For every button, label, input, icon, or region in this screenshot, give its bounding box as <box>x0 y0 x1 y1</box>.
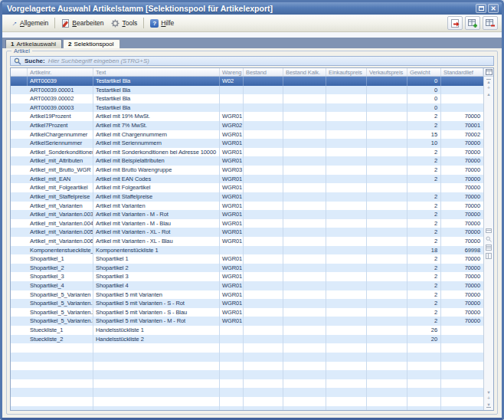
cell-artikelnr: ART00039.00002 <box>28 94 93 103</box>
cell-standardlieferant <box>441 94 483 103</box>
column-chooser-button[interactable] <box>484 68 493 77</box>
table-row[interactable]: Komponentenstueckliste_1 Komponentenstüc… <box>11 246 483 255</box>
table-row[interactable]: Artikel_mit_Brutto_WGR Artikel mit Brutt… <box>11 166 483 175</box>
column-header-bestand-kalk[interactable]: Bestand Kalk. <box>283 68 326 76</box>
cell-standardlieferant <box>441 362 483 371</box>
table-row[interactable]: Shopartikel_5_Varianten.1 Shopartikel 5 … <box>11 299 483 308</box>
column-header-text[interactable]: Text <box>93 68 220 76</box>
cell-bestand-kalk <box>283 130 326 139</box>
scroll-up-button[interactable]: ▲ <box>486 92 490 97</box>
grid-tool-icon[interactable] <box>486 253 492 259</box>
table-row[interactable]: Shopartikel_5_Varianten.3 Shopartikel 5 … <box>11 317 483 326</box>
row-indicator-cell <box>11 130 28 139</box>
cell-warengruppe: WGR01 <box>220 272 244 281</box>
table-row[interactable]: Shopartikel_3 Shopartikel 3 WGR01 2 7000… <box>11 272 483 281</box>
export-button[interactable] <box>447 16 463 30</box>
table-row[interactable]: ArtikelChargennummer Artikel mit Chargen… <box>11 130 483 139</box>
cell-einkaufspreis <box>326 166 367 175</box>
titlebar[interactable]: Vorgelagerte Auswahl Artikelstamm [Selek… <box>2 2 502 15</box>
toolbar-right-buttons <box>447 16 498 30</box>
table-row[interactable] <box>11 406 483 410</box>
table-row[interactable]: Artikel_mit_Attributen Artikel mit Beisp… <box>11 156 483 166</box>
table-row[interactable]: Artikel7Prozent Artikel mit 7% MwSt. WGR… <box>11 121 483 130</box>
table-row[interactable]: Shopartikel_5_Varianten Shopartikel 5 mi… <box>11 290 483 300</box>
column-header-gewicht[interactable]: Gewicht <box>407 68 441 76</box>
table-row[interactable]: Shopartikel_2 Shopartikel 2 WGR01 2 7000… <box>11 264 483 273</box>
table-row[interactable]: Artikel_mit_Folgeartikel Artikel mit Fol… <box>11 183 483 192</box>
close-button[interactable]: ✕ <box>488 4 499 13</box>
table-row[interactable]: Artikel_mit_EAN Artikel mit EAN Codes WG… <box>11 175 483 184</box>
table-row[interactable]: Artikel_mit_Staffelpreise Artikel mit St… <box>11 192 483 202</box>
table-row[interactable]: Shopartikel_5_Varianten.2 Shopartikel 5 … <box>11 308 483 317</box>
table-row[interactable] <box>11 353 483 362</box>
scroll-down-button[interactable]: ▼ <box>486 390 490 395</box>
menu-tools[interactable]: Tools <box>107 18 141 29</box>
column-header-warengruppe[interactable]: Wareng <box>220 68 244 76</box>
tab-selektionspool[interactable]: 2 Selektionspool <box>63 39 120 48</box>
scroll-page-down-button[interactable]: + <box>487 396 490 401</box>
cell-text: Artikel mit Chargennummern <box>93 130 220 139</box>
table-row[interactable] <box>11 370 483 379</box>
table-row[interactable] <box>11 388 483 397</box>
cell-text: Shopartikel 2 <box>93 264 220 273</box>
column-header-bestand[interactable]: Bestand <box>244 68 283 76</box>
cell-verkaufspreis <box>367 370 407 379</box>
table-row[interactable]: Artikel19Prozent Artikel mit 19% MwSt. W… <box>11 112 483 121</box>
cell-warengruppe: WGR01 <box>220 308 244 317</box>
scroll-bottom-group: ▼ + ▼ <box>486 388 490 410</box>
menu-bearbeiten[interactable]: Bearbeiten <box>57 18 107 29</box>
search-input[interactable]: Suche: Hier Suchbegriff eingeben (STRG+S… <box>10 56 494 66</box>
table-row[interactable] <box>11 397 483 406</box>
cell-standardlieferant: 70000 <box>441 183 483 192</box>
table-row[interactable]: Shopartikel_4 Shopartikel 4 WGR01 2 7000… <box>11 281 483 290</box>
column-header-standardlieferant[interactable]: Standardlief <box>441 68 483 76</box>
remove-from-pool-button[interactable] <box>483 16 498 30</box>
cell-verkaufspreis <box>367 112 407 121</box>
table-row[interactable] <box>11 343 483 353</box>
cell-verkaufspreis <box>367 406 407 410</box>
table-row[interactable]: Artikel_mit_Varianten.006 Artikel mit Va… <box>11 237 483 246</box>
table-row[interactable] <box>11 379 483 389</box>
table-row[interactable] <box>11 362 483 371</box>
menu-hilfe[interactable]: ? Hilfe <box>146 18 178 29</box>
grid-tool-icon[interactable] <box>486 244 492 251</box>
cell-bestand-kalk <box>283 148 326 157</box>
cell-gewicht: 2 <box>407 166 441 175</box>
table-row[interactable]: Artikel_mit_Varianten.004 Artikel mit Va… <box>11 219 483 228</box>
column-header-artikelnr[interactable]: Artikelnr. <box>28 68 93 76</box>
table-row[interactable]: Artikel_mit_Varianten.003 Artikel mit Va… <box>11 210 483 219</box>
cell-bestand-kalk <box>283 237 326 246</box>
table-row[interactable]: Stueckliste_1 Handelsstückliste 1 26 <box>11 326 483 335</box>
add-to-pool-button[interactable] <box>465 16 480 30</box>
scroll-first-row-button[interactable]: ▲ <box>486 79 490 84</box>
column-header-einkaufspreis[interactable]: Einkaufspreis <box>326 68 367 76</box>
table-row[interactable]: ArtikelSeriennummer Artikel mit Seriennu… <box>11 139 483 148</box>
table-row[interactable]: Artikel_Sonderkonditionen Artikel mit So… <box>11 148 483 157</box>
table-row[interactable]: Artikel_mit_Varianten.005 Artikel mit Va… <box>11 228 483 237</box>
tab-artikelauswahl[interactable]: 1 Artikelauswahl <box>5 39 62 48</box>
restore-button[interactable] <box>476 4 486 13</box>
table-row[interactable]: Artikel_mit_Varianten Artikel mit Varian… <box>11 202 483 211</box>
column-header-verkaufspreis[interactable]: Verkaufspreis <box>367 68 407 76</box>
table-row[interactable]: ART00039.00002 Testartikel Bla 0 <box>11 94 483 103</box>
table-row[interactable]: ART00039 Testartikel Bla W02 0 <box>11 77 483 86</box>
table-row[interactable]: ART00039.00001 Testartikel Bla 0 <box>11 86 483 95</box>
scroll-page-up-button[interactable]: + <box>487 86 490 90</box>
export-red-arrow-icon <box>450 18 460 28</box>
menu-allgemein[interactable]: → Allgemein <box>6 18 52 28</box>
grid-search-icon[interactable] <box>486 236 492 242</box>
table-row[interactable]: Shopartikel_1 Shopartikel 1 WGR01 2 7000… <box>11 254 483 264</box>
cell-text: Artikel mit Folgeartikel <box>93 183 220 192</box>
cell-text: Shopartikel 5 mit Varianten <box>93 290 220 300</box>
restore-icon <box>479 6 484 11</box>
table-row[interactable]: Stueckliste_2 Handelsstückliste 2 20 <box>11 335 483 344</box>
cell-einkaufspreis <box>326 353 367 362</box>
cell-standardlieferant: 70000 <box>441 264 483 273</box>
cell-bestand-kalk <box>283 166 326 175</box>
table-row[interactable]: ART00039.00003 Testartikel Bla 0 <box>11 103 483 113</box>
scroll-last-row-button[interactable]: ▼ <box>486 402 490 408</box>
grid-tool-icon[interactable] <box>486 228 492 234</box>
table-add-green-plus-icon <box>468 18 478 28</box>
cell-artikelnr: Shopartikel_5_Varianten.3 <box>28 317 93 326</box>
cell-verkaufspreis <box>367 264 407 273</box>
